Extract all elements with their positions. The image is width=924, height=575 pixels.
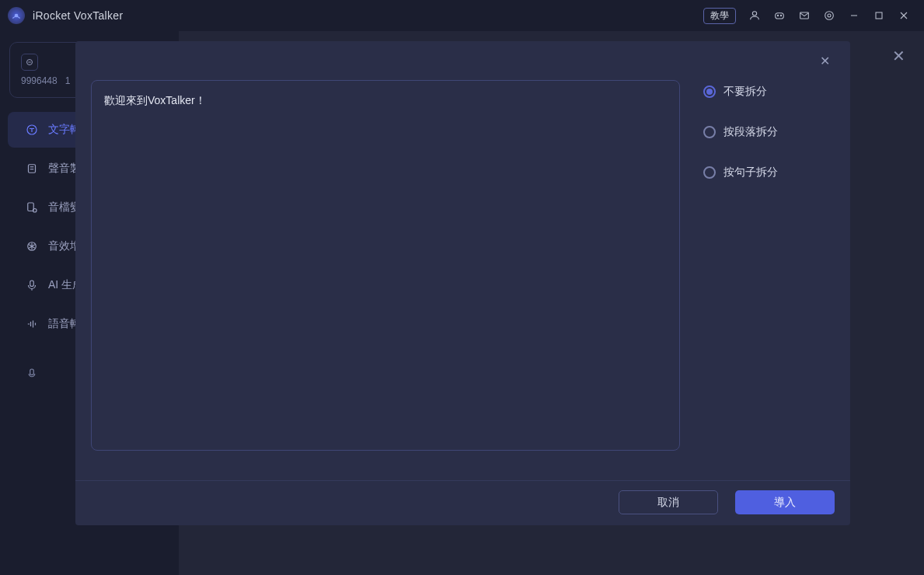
cancel-button[interactable]: 取消 — [619, 490, 718, 514]
modal-body: 歡迎來到VoxTalker！ 不要拆分 按段落拆分 按句子拆分 — [75, 80, 850, 480]
modal-close-icon[interactable]: ✕ — [815, 49, 835, 73]
import-modal: ✕ 歡迎來到VoxTalker！ 不要拆分 按段落拆分 按句子拆分 — [75, 41, 850, 525]
radio-icon — [703, 126, 716, 138]
modal-header: ✕ — [75, 41, 850, 80]
import-textarea[interactable]: 歡迎來到VoxTalker！ — [91, 80, 680, 451]
radio-split-sentence[interactable]: 按句子拆分 — [703, 166, 835, 179]
modal-footer: 取消 導入 — [75, 480, 850, 525]
import-textarea-content: 歡迎來到VoxTalker！ — [104, 92, 667, 109]
radio-icon — [703, 85, 716, 98]
modal-overlay: ✕ 歡迎來到VoxTalker！ 不要拆分 按段落拆分 按句子拆分 — [0, 0, 924, 575]
radio-label: 按句子拆分 — [724, 166, 778, 179]
radio-icon — [703, 166, 716, 179]
radio-no-split[interactable]: 不要拆分 — [703, 85, 835, 99]
radio-label: 按段落拆分 — [724, 125, 778, 139]
radio-label: 不要拆分 — [724, 85, 767, 99]
split-options: 不要拆分 按段落拆分 按句子拆分 — [696, 80, 835, 480]
radio-split-paragraph[interactable]: 按段落拆分 — [703, 125, 835, 139]
import-button[interactable]: 導入 — [735, 490, 835, 514]
